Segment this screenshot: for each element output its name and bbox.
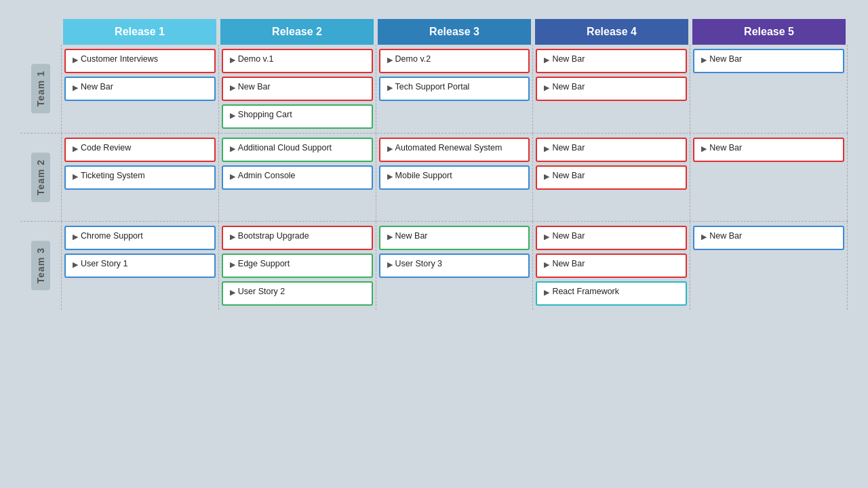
item-card: ▶New Bar	[536, 77, 687, 101]
arrow-icon: ▶	[544, 288, 549, 297]
item-card: ▶New Bar	[536, 165, 687, 190]
arrow-icon: ▶	[73, 172, 78, 181]
arrow-icon: ▶	[387, 144, 393, 153]
item-card: ▶New Bar	[536, 226, 687, 250]
page-title	[0, 0, 868, 19]
item-card: ▶Edge Support	[222, 253, 373, 278]
item-card: ▶Chrome Support	[64, 226, 216, 250]
item-card: ▶New Bar	[536, 49, 687, 73]
item-card: ▶Admin Console	[222, 165, 373, 190]
release-col-t3-c5: ▶New Bar	[690, 222, 848, 310]
arrow-icon: ▶	[73, 232, 78, 241]
arrow-icon: ▶	[230, 56, 235, 64]
arrow-icon: ▶	[544, 172, 549, 181]
item-card: ▶New Bar	[693, 49, 844, 73]
release-col-t2-c1: ▶Code Review▶Ticketing System	[61, 134, 218, 221]
arrow-icon: ▶	[230, 144, 235, 153]
item-card: ▶Shopping Cart	[222, 104, 373, 129]
item-card: ▶Additional Cloud Support	[222, 138, 373, 162]
arrow-icon: ▶	[544, 56, 549, 64]
arrow-icon: ▶	[701, 144, 707, 153]
team-label-1: Team 1	[20, 45, 61, 133]
team-section-1: Team 1▶Customer Interviews▶New Bar▶Demo …	[20, 45, 848, 134]
item-card: ▶New Bar	[693, 138, 844, 162]
release-col-t3-c2: ▶Bootstrap Upgrade▶Edge Support▶User Sto…	[218, 222, 376, 310]
arrow-icon: ▶	[387, 232, 393, 241]
release-col-t2-c2: ▶Additional Cloud Support▶Admin Console	[218, 134, 376, 221]
item-card: ▶Demo v.1	[222, 49, 373, 73]
release-col-t1-c3: ▶Demo v.2▶Tech Support Portal	[376, 45, 533, 133]
release-col-t3-c4: ▶New Bar▶New Bar▶React Framework	[532, 222, 690, 310]
release-col-t3-c1: ▶Chrome Support▶User Story 1	[61, 222, 218, 310]
arrow-icon: ▶	[544, 232, 549, 241]
team-label-2: Team 2	[20, 134, 61, 221]
team-section-2: Team 2▶Code Review▶Ticketing System▶Addi…	[20, 134, 848, 222]
arrow-icon: ▶	[73, 144, 78, 153]
item-card: ▶User Story 1	[64, 253, 216, 278]
item-card: ▶New Bar	[379, 226, 530, 250]
arrow-icon: ▶	[73, 56, 78, 64]
release-col-t1-c2: ▶Demo v.1▶New Bar▶Shopping Cart	[218, 45, 376, 133]
arrow-icon: ▶	[544, 144, 549, 153]
item-card: ▶React Framework	[536, 281, 687, 306]
header-release-1: Release 1	[63, 19, 216, 45]
item-card: ▶Automated Renewal System	[379, 138, 530, 162]
arrow-icon: ▶	[230, 260, 235, 269]
arrow-icon: ▶	[387, 172, 393, 181]
release-col-t1-c1: ▶Customer Interviews▶New Bar	[61, 45, 218, 133]
release-col-t2-c5: ▶New Bar	[690, 134, 848, 221]
item-card: ▶New Bar	[536, 138, 687, 162]
arrow-icon: ▶	[387, 56, 393, 64]
header-release-5: Release 5	[692, 19, 846, 45]
arrow-icon: ▶	[387, 260, 393, 269]
item-card: ▶New Bar	[64, 77, 216, 101]
arrow-icon: ▶	[230, 83, 235, 92]
item-card: ▶New Bar	[536, 253, 687, 278]
item-card: ▶New Bar	[693, 226, 844, 250]
arrow-icon: ▶	[230, 232, 235, 241]
arrow-icon: ▶	[701, 56, 707, 64]
header-release-2: Release 2	[220, 19, 374, 45]
arrow-icon: ▶	[230, 111, 235, 120]
team-section-3: Team 3▶Chrome Support▶User Story 1▶Boots…	[20, 222, 848, 310]
roadmap-table: Release 1Release 2Release 3Release 4Rele…	[20, 19, 848, 310]
item-card: ▶Tech Support Portal	[379, 77, 530, 101]
item-card: ▶User Story 3	[379, 253, 530, 278]
item-card: ▶User Story 2	[222, 281, 373, 306]
arrow-icon: ▶	[544, 260, 549, 269]
item-card: ▶Mobile Support	[379, 165, 530, 190]
item-card: ▶Bootstrap Upgrade	[222, 226, 373, 250]
arrow-icon: ▶	[701, 232, 707, 241]
release-col-t1-c4: ▶New Bar▶New Bar	[532, 45, 690, 133]
release-col-t3-c3: ▶New Bar▶User Story 3	[376, 222, 533, 310]
item-card: ▶New Bar	[222, 77, 373, 101]
arrow-icon: ▶	[73, 260, 78, 269]
arrow-icon: ▶	[230, 288, 235, 297]
item-card: ▶Customer Interviews	[64, 49, 216, 73]
header-row: Release 1Release 2Release 3Release 4Rele…	[61, 19, 848, 45]
arrow-icon: ▶	[230, 172, 235, 181]
item-card: ▶Code Review	[64, 138, 216, 162]
item-card: ▶Ticketing System	[64, 165, 216, 190]
arrow-icon: ▶	[387, 83, 393, 92]
release-col-t2-c3: ▶Automated Renewal System▶Mobile Support	[376, 134, 533, 221]
team-label-3: Team 3	[20, 222, 61, 310]
release-col-t1-c5: ▶New Bar	[690, 45, 848, 133]
item-card: ▶Demo v.2	[379, 49, 530, 73]
arrow-icon: ▶	[73, 83, 78, 92]
arrow-icon: ▶	[544, 83, 549, 92]
header-release-3: Release 3	[378, 19, 531, 45]
release-col-t2-c4: ▶New Bar▶New Bar	[532, 134, 690, 221]
header-release-4: Release 4	[535, 19, 688, 45]
